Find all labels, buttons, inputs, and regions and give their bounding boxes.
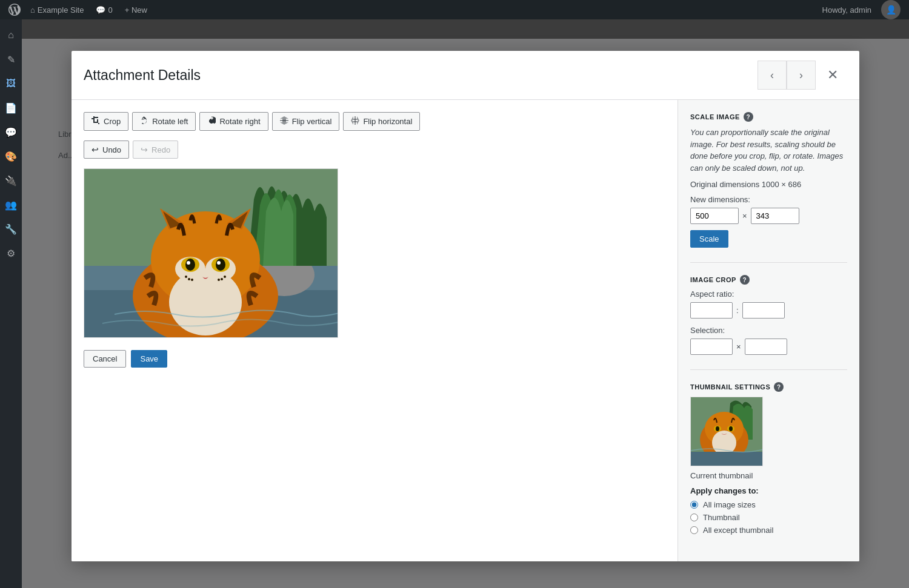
undo-icon: ↩ xyxy=(92,145,99,154)
modal-body: Crop Rotate left xyxy=(72,100,859,561)
chevron-left-icon: ‹ xyxy=(770,69,774,82)
sidebar-icon-plugins[interactable]: 🔌 xyxy=(0,170,22,191)
scale-image-section: SCALE IMAGE ? You can proportionally sca… xyxy=(690,112,847,248)
crop-icon xyxy=(92,116,100,127)
cancel-button[interactable]: Cancel xyxy=(84,350,126,368)
svg-point-19 xyxy=(188,278,190,280)
svg-point-23 xyxy=(218,279,220,281)
flip-vertical-button[interactable]: Flip vertical xyxy=(272,112,340,131)
flip-horizontal-button[interactable]: Flip horizontal xyxy=(343,112,420,131)
close-modal-button[interactable]: ✕ xyxy=(818,61,847,90)
sidebar-icon-users[interactable]: 👥 xyxy=(0,194,22,216)
aspect-ratio-inputs: : xyxy=(690,302,847,319)
image-edit-toolbar: Crop Rotate left xyxy=(84,112,665,131)
svg-point-31 xyxy=(729,426,733,431)
next-attachment-button[interactable]: › xyxy=(787,61,816,90)
scale-image-help-icon[interactable]: ? xyxy=(744,112,753,122)
svg-point-30 xyxy=(716,426,719,431)
rotate-right-button[interactable]: Rotate right xyxy=(199,112,268,131)
original-dimensions: Original dimensions 1000 × 686 xyxy=(690,180,847,189)
sidebar-icon-media[interactable]: 🖼 xyxy=(0,73,22,94)
modal-header: Attachment Details ‹ › ✕ xyxy=(72,51,859,100)
crop-button[interactable]: Crop xyxy=(84,112,128,131)
svg-point-21 xyxy=(224,276,226,278)
action-buttons: Cancel Save xyxy=(84,350,665,368)
rotate-left-button[interactable]: Rotate left xyxy=(132,112,196,131)
radio-all-sizes-input[interactable] xyxy=(690,501,698,509)
sidebar-icon-settings[interactable]: ⚙ xyxy=(0,242,22,264)
admin-bar-comments[interactable]: 💬 0 xyxy=(90,0,118,19)
radio-thumbnail-label: Thumbnail xyxy=(703,513,740,522)
radio-except-thumbnail-input[interactable] xyxy=(690,526,698,534)
aspect-width-input[interactable] xyxy=(690,302,733,319)
scale-image-description: You can proportionally scale the origina… xyxy=(690,127,847,174)
radio-except-thumbnail-label: All except thumbnail xyxy=(703,526,773,535)
aspect-height-input[interactable] xyxy=(742,302,785,319)
image-crop-title: IMAGE CROP ? xyxy=(690,275,847,285)
dimensions-inputs: × xyxy=(690,208,847,224)
apply-changes-label: Apply changes to: xyxy=(690,486,847,495)
radio-all-sizes-label: All image sizes xyxy=(703,500,756,509)
svg-point-15 xyxy=(216,259,225,271)
radio-thumbnail[interactable]: Thumbnail xyxy=(690,513,847,522)
sidebar-icon-dashboard[interactable]: ⌂ xyxy=(0,24,22,46)
save-button[interactable]: Save xyxy=(131,350,167,368)
redo-button[interactable]: ↪ Redo xyxy=(133,140,178,159)
home-icon: ⌂ xyxy=(30,5,35,15)
aspect-ratio-label: Aspect ratio: xyxy=(690,289,847,299)
thumbnail-settings-title: THUMBNAIL SETTINGS ? xyxy=(690,382,847,392)
sidebar-icon-tools[interactable]: 🔧 xyxy=(0,218,22,240)
sidebar: ⌂ ✎ 🖼 📄 💬 🎨 🔌 👥 🔧 ⚙ xyxy=(0,19,22,588)
radio-thumbnail-input[interactable] xyxy=(690,514,698,521)
thumbnail-settings-help-icon[interactable]: ? xyxy=(774,382,784,392)
howdy-text: Howdy, admin xyxy=(816,5,877,15)
scale-button[interactable]: Scale xyxy=(690,230,728,248)
svg-point-14 xyxy=(185,259,195,271)
sidebar-icon-pages[interactable]: 📄 xyxy=(0,97,22,119)
chevron-right-icon: › xyxy=(799,69,803,82)
left-panel: Crop Rotate left xyxy=(72,100,678,561)
selection-width-input[interactable] xyxy=(690,339,733,355)
selection-label: Selection: xyxy=(690,326,847,335)
svg-rect-0 xyxy=(280,121,288,121)
modal-overlay: Attachment Details ‹ › ✕ xyxy=(22,39,909,588)
right-panel: SCALE IMAGE ? You can proportionally sca… xyxy=(678,100,859,561)
wp-logo-icon[interactable] xyxy=(5,0,24,19)
svg-point-22 xyxy=(221,278,223,280)
admin-bar-new[interactable]: + New xyxy=(119,0,153,19)
dimensions-separator: × xyxy=(742,211,747,220)
modal-title: Attachment Details xyxy=(84,67,201,84)
new-dimensions-label: New dimensions: xyxy=(690,195,847,204)
admin-bar-site[interactable]: ⌂ Example Site xyxy=(24,0,90,19)
scale-image-title: SCALE IMAGE ? xyxy=(690,112,847,122)
svg-point-18 xyxy=(185,276,187,278)
radio-all-sizes[interactable]: All image sizes xyxy=(690,500,847,509)
admin-bar: ⌂ Example Site 💬 0 + New Howdy, admin 👤 xyxy=(0,0,909,19)
admin-avatar[interactable]: 👤 xyxy=(881,0,901,19)
scale-width-input[interactable] xyxy=(690,208,739,224)
image-crop-section: IMAGE CROP ? Aspect ratio: : Selection: xyxy=(690,262,847,355)
svg-rect-1 xyxy=(355,116,356,125)
main-area: Libr... Ad... Attachment Details ‹ › ✕ xyxy=(22,39,909,588)
admin-bar-right: Howdy, admin 👤 xyxy=(816,0,904,19)
selection-height-input[interactable] xyxy=(745,339,787,355)
radio-except-thumbnail[interactable]: All except thumbnail xyxy=(690,526,847,535)
scale-height-input[interactable] xyxy=(751,208,799,224)
rotate-left-icon xyxy=(140,116,148,127)
attachment-details-modal: Attachment Details ‹ › ✕ xyxy=(72,51,859,561)
thumbnail-settings-section: THUMBNAIL SETTINGS ? xyxy=(690,369,847,535)
prev-attachment-button[interactable]: ‹ xyxy=(758,61,787,90)
svg-point-17 xyxy=(217,261,221,265)
svg-point-16 xyxy=(187,261,190,265)
sidebar-icon-comments[interactable]: 💬 xyxy=(0,121,22,143)
undo-button[interactable]: ↩ Undo xyxy=(84,140,129,159)
svg-rect-32 xyxy=(691,452,763,466)
tiger-image xyxy=(84,168,338,338)
svg-point-20 xyxy=(191,279,193,281)
thumbnail-preview xyxy=(690,397,763,466)
image-crop-help-icon[interactable]: ? xyxy=(740,275,750,285)
sidebar-icon-posts[interactable]: ✎ xyxy=(0,48,22,70)
image-edit-area xyxy=(84,168,665,338)
selection-separator: × xyxy=(736,342,741,351)
sidebar-icon-appearance[interactable]: 🎨 xyxy=(0,145,22,167)
